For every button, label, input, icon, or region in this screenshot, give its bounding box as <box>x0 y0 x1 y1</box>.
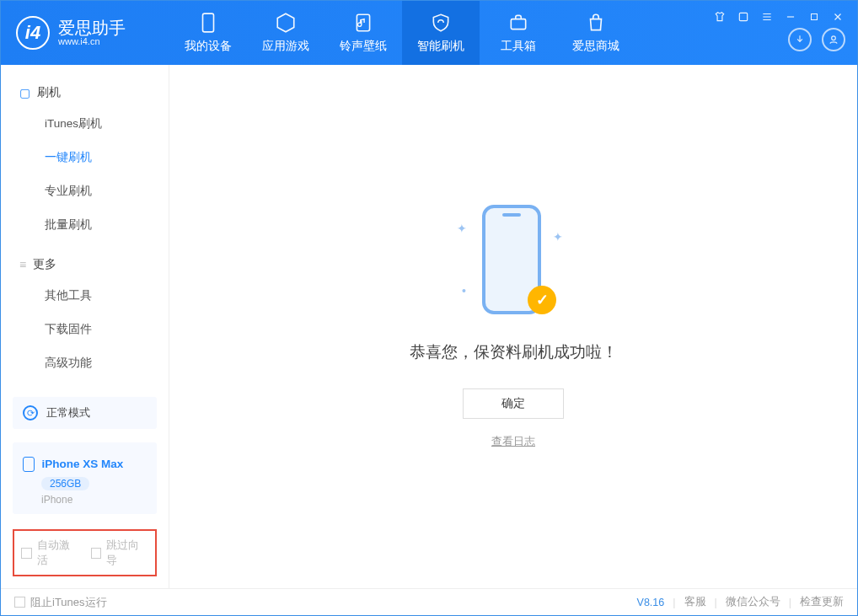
app-name: 爱思助手 <box>58 19 126 36</box>
checkbox-icon <box>21 548 32 559</box>
logo-area: i4 爱思助手 www.i4.cn <box>1 16 169 50</box>
mode-label: 正常模式 <box>46 405 90 420</box>
device-icon <box>197 12 219 34</box>
checkbox-skip-guide[interactable]: 跳过向导 <box>91 538 149 568</box>
footer-link-wechat[interactable]: 微信公众号 <box>726 595 780 609</box>
tab-label: 爱思商城 <box>572 39 619 54</box>
sparkle-icon: ✦ <box>553 230 563 244</box>
tab-store[interactable]: 爱思商城 <box>557 1 635 65</box>
svg-rect-2 <box>511 19 525 29</box>
tab-label: 工具箱 <box>501 39 536 54</box>
minimize-button[interactable] <box>783 9 798 24</box>
footer: 阻止iTunes运行 V8.16 | 客服 | 微信公众号 | 检查更新 <box>1 588 857 615</box>
tab-label: 我的设备 <box>185 39 232 54</box>
group-title: 更多 <box>33 257 56 272</box>
tab-label: 应用游戏 <box>262 39 309 54</box>
refresh-shield-icon <box>430 12 452 34</box>
svg-rect-3 <box>739 13 747 20</box>
confirm-button[interactable]: 确定 <box>463 388 564 419</box>
feedback-icon[interactable] <box>736 9 751 24</box>
window-controls <box>788 9 845 51</box>
sync-icon: ⟳ <box>23 405 38 420</box>
sidebar: ▢ 刷机 iTunes刷机 一键刷机 专业刷机 批量刷机 ≡ 更多 其他工具 下… <box>1 65 169 588</box>
checkbox-label: 自动激活 <box>37 538 79 568</box>
checkbox-block-itunes[interactable]: 阻止iTunes运行 <box>14 595 107 610</box>
app-url: www.i4.cn <box>58 36 126 46</box>
tab-label: 铃声壁纸 <box>340 39 387 54</box>
sidebar-item-advanced[interactable]: 高级功能 <box>1 346 169 380</box>
tab-label: 智能刷机 <box>417 39 464 54</box>
logo-text: 爱思助手 www.i4.cn <box>58 19 126 46</box>
download-button[interactable] <box>788 28 812 51</box>
app-logo-icon: i4 <box>16 16 50 50</box>
check-badge-icon: ✓ <box>528 286 556 314</box>
tab-my-device[interactable]: 我的设备 <box>169 1 247 65</box>
sidebar-item-download-firmware[interactable]: 下载固件 <box>1 313 169 346</box>
sidebar-item-other-tools[interactable]: 其他工具 <box>1 279 169 313</box>
cube-icon <box>275 12 297 34</box>
maximize-button[interactable] <box>807 9 822 24</box>
mode-box: ⟳ 正常模式 <box>13 397 157 429</box>
sidebar-item-pro-flash[interactable]: 专业刷机 <box>1 174 169 208</box>
music-file-icon <box>352 12 374 34</box>
success-illustration: ✦ ✦ • ✓ <box>467 205 560 323</box>
device-type: iPhone <box>41 494 147 506</box>
view-log-link[interactable]: 查看日志 <box>491 434 535 449</box>
checkbox-label: 阻止iTunes运行 <box>30 595 107 610</box>
nav-tabs: 我的设备 应用游戏 铃声壁纸 智能刷机 工具箱 爱思商城 <box>169 1 635 65</box>
checkbox-icon <box>14 597 25 608</box>
svg-rect-4 <box>812 14 818 20</box>
sidebar-group-flash: ▢ 刷机 <box>1 78 169 107</box>
tab-smart-flash[interactable]: 智能刷机 <box>402 1 480 65</box>
tshirt-icon[interactable] <box>712 9 727 24</box>
main-content: ✦ ✦ • ✓ 恭喜您，保资料刷机成功啦！ 确定 查看日志 <box>169 65 857 588</box>
group-title: 刷机 <box>37 85 61 100</box>
close-button[interactable] <box>830 9 845 24</box>
tab-apps-games[interactable]: 应用游戏 <box>247 1 324 65</box>
list-icon: ≡ <box>19 258 26 271</box>
sparkle-icon: • <box>462 284 466 297</box>
phone-icon: ▢ <box>19 86 30 99</box>
svg-point-5 <box>832 36 836 40</box>
device-box[interactable]: iPhone XS Max 256GB iPhone <box>13 442 157 514</box>
svg-rect-0 <box>203 13 214 32</box>
checkbox-auto-activate[interactable]: 自动激活 <box>21 538 79 568</box>
header: i4 爱思助手 www.i4.cn 我的设备 应用游戏 铃声壁纸 智能刷机 工具… <box>1 1 857 65</box>
sparkle-icon: ✦ <box>457 222 467 235</box>
device-name: iPhone XS Max <box>41 458 123 470</box>
footer-link-service[interactable]: 客服 <box>684 595 706 609</box>
sidebar-group-more: ≡ 更多 <box>1 250 169 279</box>
footer-link-update[interactable]: 检查更新 <box>800 595 844 609</box>
success-message: 恭喜您，保资料刷机成功啦！ <box>410 341 618 363</box>
sidebar-item-oneclick-flash[interactable]: 一键刷机 <box>1 141 169 174</box>
storage-badge: 256GB <box>41 477 89 490</box>
bag-icon <box>585 12 607 34</box>
tab-toolbox[interactable]: 工具箱 <box>480 1 557 65</box>
version-label: V8.16 <box>637 597 665 608</box>
checkbox-label: 跳过向导 <box>106 538 148 568</box>
tab-ringtone-wallpaper[interactable]: 铃声壁纸 <box>324 1 402 65</box>
account-button[interactable] <box>822 28 845 51</box>
device-icon <box>23 457 35 472</box>
checkbox-icon <box>91 548 102 559</box>
options-highlight-box: 自动激活 跳过向导 <box>13 529 157 576</box>
body: ▢ 刷机 iTunes刷机 一键刷机 专业刷机 批量刷机 ≡ 更多 其他工具 下… <box>1 65 857 588</box>
sidebar-item-batch-flash[interactable]: 批量刷机 <box>1 208 169 242</box>
sidebar-item-itunes-flash[interactable]: iTunes刷机 <box>1 107 169 141</box>
toolbox-icon <box>507 12 529 34</box>
menu-icon[interactable] <box>759 9 775 24</box>
